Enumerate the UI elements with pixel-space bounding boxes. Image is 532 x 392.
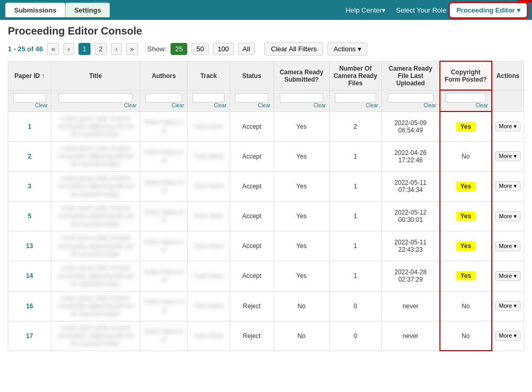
page-first-btn[interactable]: « (47, 43, 59, 55)
filter-title[interactable]: Clear (51, 90, 140, 111)
filter-track-clear[interactable]: Clear (191, 103, 227, 108)
row-actions[interactable]: More ▾ (492, 321, 524, 351)
filter-title-clear[interactable]: Clear (54, 103, 137, 108)
show-25-btn[interactable]: 25 (171, 43, 187, 55)
copyright-no-label: No (462, 332, 470, 340)
camera-ready-last-uploaded: 2022-05-12 00:30:01 (381, 201, 439, 231)
col-camera-ready-last-uploaded: Camera Ready File Last Uploaded (381, 61, 439, 90)
paper-id-link[interactable]: 5 (28, 212, 31, 220)
filter-paper-id-clear[interactable]: Clear (12, 103, 48, 108)
row-actions[interactable]: More ▾ (492, 111, 524, 141)
filter-paper-id[interactable]: Clear (8, 90, 51, 111)
col-paper-id[interactable]: Paper ID ↑ (8, 61, 51, 90)
camera-ready-submitted: Yes (274, 261, 329, 291)
filter-status-input[interactable] (235, 93, 268, 103)
filter-num-camera-ready[interactable]: Clear (329, 90, 381, 111)
filter-copyright[interactable]: Clear (440, 90, 492, 111)
row-actions[interactable]: More ▾ (492, 261, 524, 291)
blurred-authors: Author Name et al (144, 298, 184, 312)
paper-id-link[interactable]: 2 (28, 153, 31, 160)
tab-submissions[interactable]: Submissions (5, 3, 65, 17)
more-button[interactable]: More ▾ (495, 241, 520, 251)
filter-num-camera-ready-input[interactable] (335, 93, 376, 103)
filter-copyright-clear[interactable]: Clear (444, 103, 488, 108)
tab-settings[interactable]: Settings (65, 3, 110, 17)
row-actions[interactable]: More ▾ (492, 171, 524, 201)
proceeding-editor-button[interactable]: Proceeding Editor ▾ (450, 3, 527, 17)
filter-last-uploaded-clear[interactable]: Clear (385, 103, 436, 108)
paper-id-link[interactable]: 3 (28, 183, 31, 190)
paper-authors: Author Name et al (140, 171, 188, 201)
paper-track: Track Name (187, 321, 230, 351)
filter-authors[interactable]: Clear (140, 90, 188, 111)
sort-up-icon: ↑ (42, 72, 45, 80)
page-2-btn[interactable]: 2 (95, 43, 107, 55)
clear-filters-btn[interactable]: Clear All Filters (264, 42, 323, 55)
filter-track-input[interactable] (193, 93, 224, 103)
blurred-authors: Author Name et al (144, 328, 184, 342)
paper-id-link[interactable]: 14 (26, 272, 33, 279)
filter-camera-ready[interactable]: Clear (274, 90, 329, 111)
table-row: 13Lorem ipsum dolor sit amet consectetur… (8, 231, 524, 261)
table-row: 2Lorem ipsum dolor sit amet consectetur … (8, 141, 524, 171)
filter-last-uploaded-input[interactable] (388, 93, 434, 103)
filter-last-uploaded[interactable]: Clear (381, 90, 439, 111)
more-button[interactable]: More ▾ (495, 181, 520, 191)
filter-camera-ready-clear[interactable]: Clear (277, 103, 326, 108)
camera-ready-submitted: No (274, 321, 329, 351)
page-1-btn[interactable]: 1 (78, 43, 90, 55)
more-button[interactable]: More ▾ (495, 331, 520, 341)
paper-status: Accept (230, 201, 274, 231)
num-camera-ready-files: 1 (329, 201, 381, 231)
page-next-btn[interactable]: › (111, 43, 121, 55)
filter-copyright-input[interactable] (446, 93, 486, 103)
row-actions[interactable]: More ▾ (492, 291, 524, 321)
submissions-table: Paper ID ↑ Title Authors Track Status Ca… (8, 61, 524, 351)
col-authors: Authors (140, 61, 188, 90)
filter-track[interactable]: Clear (187, 90, 230, 111)
filter-status[interactable]: Clear (230, 90, 274, 111)
show-all-btn[interactable]: All (238, 43, 255, 55)
filter-authors-input[interactable] (145, 93, 182, 103)
page-last-btn[interactable]: » (126, 43, 138, 55)
page-prev-btn[interactable]: ‹ (63, 43, 74, 55)
filter-title-input[interactable] (59, 93, 133, 103)
paper-id-link[interactable]: 13 (26, 242, 33, 250)
paper-id-link[interactable]: 17 (26, 332, 33, 340)
blurred-track: Track Name (193, 212, 224, 219)
more-button[interactable]: More ▾ (495, 301, 520, 311)
paper-id-link[interactable]: 16 (26, 303, 33, 310)
filter-authors-clear[interactable]: Clear (143, 103, 184, 108)
blurred-title: Lorem ipsum dolor sit amet consectetur a… (57, 324, 134, 347)
filter-status-clear[interactable]: Clear (233, 103, 270, 108)
show-50-btn[interactable]: 50 (191, 43, 208, 55)
more-button[interactable]: More ▾ (495, 271, 520, 281)
filter-camera-ready-input[interactable] (280, 93, 324, 103)
table-row: 16Lorem ipsum dolor sit amet consectetur… (8, 291, 524, 321)
more-button[interactable]: More ▾ (495, 121, 520, 131)
show-100-btn[interactable]: 100 (213, 43, 234, 55)
actions-dropdown-btn[interactable]: Actions ▾ (327, 42, 367, 55)
camera-ready-submitted: Yes (274, 111, 329, 141)
paper-title: Lorem ipsum dolor sit amet consectetur a… (51, 291, 140, 321)
filter-paper-id-input[interactable] (13, 93, 46, 103)
paper-id-link[interactable]: 1 (28, 123, 31, 130)
row-actions[interactable]: More ▾ (492, 231, 524, 261)
col-status: Status (230, 61, 274, 90)
row-actions[interactable]: More ▾ (492, 141, 524, 171)
copyright-no-label: No (462, 153, 470, 160)
copyright-form-posted: No (440, 321, 492, 351)
paper-track: Track Name (187, 111, 230, 141)
help-center-link[interactable]: Help Center▾ (346, 6, 386, 14)
camera-ready-last-uploaded: 2022-04-28 02:37:29 (381, 261, 439, 291)
more-button[interactable]: More ▾ (495, 151, 520, 161)
blurred-authors: Author Name et al (144, 239, 184, 253)
role-selector-wrapper: Proceeding Editor ▾ (450, 3, 527, 17)
filter-num-camera-ready-clear[interactable]: Clear (333, 103, 378, 108)
num-camera-ready-files: 0 (329, 291, 381, 321)
blurred-title: Lorem ipsum dolor sit amet consectetur a… (57, 295, 134, 317)
row-actions[interactable]: More ▾ (492, 201, 524, 231)
copyright-form-posted: No (440, 141, 492, 171)
more-button[interactable]: More ▾ (495, 211, 520, 221)
paper-track: Track Name (187, 201, 230, 231)
